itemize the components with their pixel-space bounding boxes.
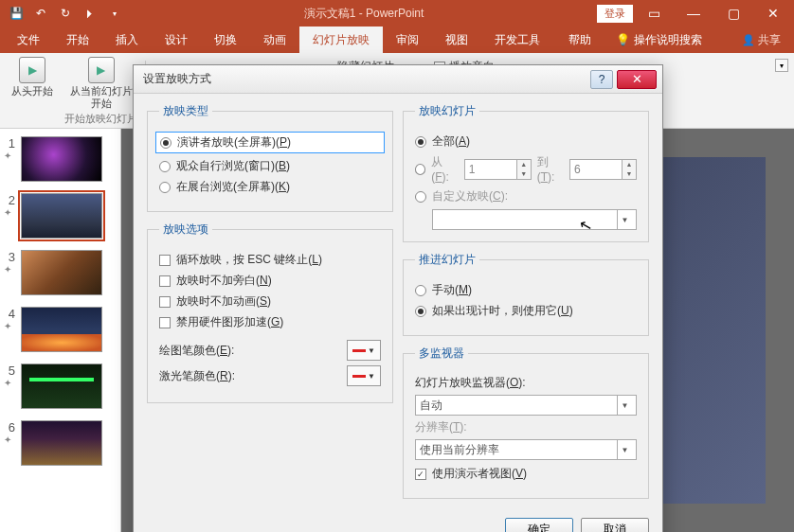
- radio-browsed[interactable]: 观众自行浏览(窗口)(B): [159, 158, 381, 174]
- checkbox-icon: [159, 317, 171, 328]
- from-input[interactable]: [464, 159, 517, 180]
- start-group-label: 开始放映幻灯片: [64, 112, 137, 126]
- radio-label: 如果出现计时，则使用它(U): [432, 303, 573, 319]
- thumb-3[interactable]: 3✦: [4, 250, 117, 295]
- from-current-button[interactable]: ▶ 从当前幻灯片 开始 开始放映幻灯片: [59, 57, 143, 126]
- radio-manual[interactable]: 手动(M): [415, 282, 637, 298]
- redo-icon[interactable]: ↻: [55, 3, 76, 24]
- thumb-1[interactable]: 1✦: [4, 136, 117, 182]
- radio-icon: [160, 137, 171, 149]
- tell-me-search[interactable]: 操作说明搜索: [634, 27, 702, 53]
- multi-monitor-group: 多监视器 幻灯片放映监视器(O): 自动▼ 分辨率(T): 使用当前分辨率▼ ✓…: [403, 346, 649, 499]
- tab-design[interactable]: 设计: [152, 27, 201, 53]
- thumb-image: [21, 307, 102, 352]
- checkbox-icon: [159, 275, 171, 287]
- radio-label: 演讲者放映(全屏幕)(P): [177, 134, 291, 151]
- check-label: 使用演示者视图(V): [432, 466, 527, 482]
- laser-color-button[interactable]: ▼: [347, 365, 381, 386]
- tab-transitions[interactable]: 切换: [201, 27, 250, 53]
- thumb-num: 1: [4, 136, 15, 151]
- checkbox-icon: [159, 296, 171, 308]
- radio-presenter[interactable]: 演讲者放映(全屏幕)(P): [155, 132, 385, 153]
- thumb-image: [21, 193, 102, 239]
- thumb-6[interactable]: 6✦: [4, 420, 117, 466]
- monitor-combo[interactable]: 自动▼: [415, 395, 637, 416]
- close-button[interactable]: ✕: [754, 0, 792, 27]
- chevron-down-icon: ▼: [617, 440, 632, 459]
- radio-kiosk[interactable]: 在展台浏览(全屏幕)(K): [159, 179, 381, 195]
- star-icon: ✦: [4, 321, 15, 331]
- thumb-2[interactable]: 2✦: [4, 193, 117, 239]
- thumb-4[interactable]: 4✦: [4, 307, 117, 352]
- to-input[interactable]: [569, 159, 623, 180]
- thumb-image: [21, 364, 102, 409]
- show-type-legend: 放映类型: [159, 103, 212, 119]
- advance-legend: 推进幻灯片: [415, 252, 479, 268]
- ok-button[interactable]: 确定: [505, 518, 573, 532]
- thumb-image: [21, 136, 102, 182]
- check-label: 禁用硬件图形加速(G): [176, 314, 283, 330]
- thumb-num: 5: [4, 364, 15, 378]
- show-slides-group: 放映幻灯片 全部(A) 从(F): ▲▼ 到(T): ▲▼ 自定义放映(C): …: [403, 103, 649, 242]
- pen-color-button[interactable]: ▼: [347, 340, 381, 361]
- thumb-num: 3: [4, 250, 15, 264]
- start-icon[interactable]: ⏵: [80, 3, 100, 24]
- ribbon-options-icon[interactable]: ▭: [635, 0, 673, 27]
- cancel-button[interactable]: 取消: [581, 518, 649, 532]
- spin-down[interactable]: ▼: [623, 169, 636, 179]
- minimize-button[interactable]: —: [675, 0, 713, 27]
- resolution-value: 使用当前分辨率: [420, 442, 499, 458]
- tab-review[interactable]: 审阅: [383, 27, 432, 53]
- save-icon[interactable]: 💾: [6, 3, 27, 24]
- ribbon-tabs: 文件 开始 插入 设计 切换 动画 幻灯片放映 审阅 视图 开发工具 帮助 💡 …: [0, 27, 794, 53]
- radio-label: 手动(M): [432, 282, 472, 298]
- tab-home[interactable]: 开始: [53, 27, 102, 53]
- check-presenter-view[interactable]: ✓使用演示者视图(V): [415, 466, 637, 482]
- radio-from[interactable]: [415, 164, 425, 175]
- spin-down[interactable]: ▼: [517, 169, 531, 179]
- dialog-title: 设置放映方式: [139, 71, 590, 87]
- tab-help[interactable]: 帮助: [555, 27, 605, 53]
- radio-icon: [415, 191, 426, 203]
- radio-icon: [415, 285, 426, 296]
- thumb-5[interactable]: 5✦: [4, 364, 117, 409]
- ribbon-collapse-icon[interactable]: ▾: [775, 59, 788, 72]
- dialog-titlebar[interactable]: 设置放映方式 ? ✕: [134, 65, 662, 94]
- maximize-button[interactable]: ▢: [714, 0, 752, 27]
- tab-slideshow[interactable]: 幻灯片放映: [299, 27, 383, 53]
- check-label: 放映时不加旁白(N): [176, 273, 272, 289]
- laser-color-label: 激光笔颜色(R):: [159, 368, 235, 384]
- tab-file[interactable]: 文件: [4, 27, 53, 53]
- thumb-image: [21, 250, 102, 295]
- resolution-combo: 使用当前分辨率▼: [415, 439, 637, 460]
- check-label: 循环放映，按 ESC 键终止(L): [176, 252, 322, 268]
- star-icon: ✦: [4, 378, 15, 388]
- share-button[interactable]: 👤 共享: [742, 32, 790, 48]
- radio-timings[interactable]: 如果出现计时，则使用它(U): [415, 303, 637, 319]
- dialog-close-button[interactable]: ✕: [617, 70, 657, 89]
- thumb-num: 2: [4, 193, 15, 207]
- to-label: 到(T):: [537, 154, 564, 184]
- qat-dropdown-icon[interactable]: ▾: [104, 3, 125, 24]
- check-disable-hw[interactable]: 禁用硬件图形加速(G): [159, 314, 381, 330]
- login-button[interactable]: 登录: [597, 5, 633, 23]
- chevron-down-icon: ▼: [617, 210, 632, 229]
- dialog-help-button[interactable]: ?: [590, 70, 613, 89]
- check-no-animation[interactable]: 放映时不加动画(S): [159, 293, 381, 310]
- checkbox-icon: ✓: [415, 469, 426, 480]
- play-current-icon: ▶: [97, 63, 105, 77]
- check-loop[interactable]: 循环放映，按 ESC 键终止(L): [159, 252, 381, 268]
- radio-all[interactable]: 全部(A): [415, 133, 637, 150]
- check-no-narration[interactable]: 放映时不加旁白(N): [159, 273, 381, 289]
- tab-insert[interactable]: 插入: [102, 27, 152, 53]
- share-label: 共享: [758, 33, 781, 46]
- undo-icon[interactable]: ↶: [30, 3, 51, 24]
- spin-up[interactable]: ▲: [517, 160, 531, 169]
- tab-developer[interactable]: 开发工具: [481, 27, 553, 53]
- from-beginning-button[interactable]: ▶ 从头开始: [6, 57, 59, 126]
- star-icon: ✦: [4, 207, 15, 218]
- tab-animations[interactable]: 动画: [250, 27, 299, 53]
- spin-up[interactable]: ▲: [623, 160, 636, 169]
- tab-view[interactable]: 视图: [432, 27, 481, 53]
- from-beginning-label: 从头开始: [11, 85, 53, 98]
